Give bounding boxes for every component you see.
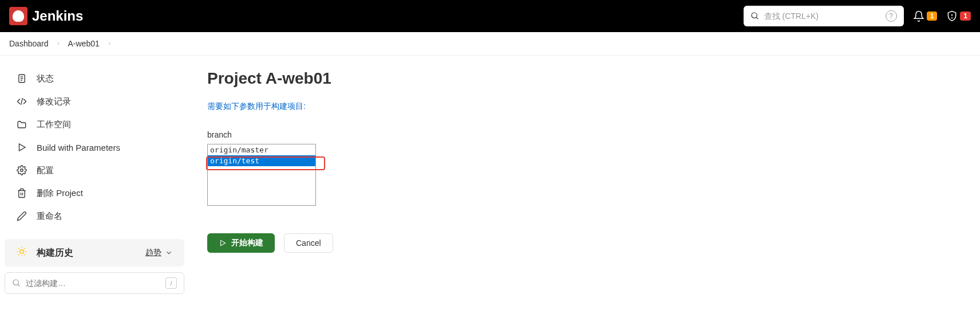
search-input[interactable] [764,11,881,21]
build-history-header[interactable]: 构建历史 趋势 [5,239,184,267]
breadcrumb: Dashboard A-web01 [0,32,980,56]
chevron-right-icon [106,41,112,46]
chevron-down-icon [165,249,173,257]
svg-line-16 [18,248,19,249]
sidebar-item-build-params[interactable]: Build with Parameters [5,136,184,159]
shield-alert-icon [946,10,958,22]
help-icon[interactable]: ? [886,10,897,22]
build-history-label: 构建历史 [37,247,73,259]
sidebar-item-changes[interactable]: 修改记录 [5,90,184,113]
jenkins-logo-icon[interactable] [9,7,27,25]
params-description: 需要如下参数用于构建项目: [207,101,962,112]
svg-point-22 [13,280,18,285]
branch-option-selected[interactable]: origin/test [208,155,315,166]
sidebar: 状态 修改记录 工作空间 Build with Parameters 配置 删除… [0,56,189,299]
trash-icon [16,187,27,199]
sidebar-item-label: Build with Parameters [37,143,120,152]
svg-line-20 [18,254,19,255]
sidebar-item-label: 修改记录 [37,96,71,107]
jenkins-title[interactable]: Jenkins [32,8,83,24]
search-icon [750,11,760,21]
notification-button[interactable]: 1 [913,10,938,22]
sidebar-item-label: 删除 Project [37,188,83,199]
header: Jenkins ? 1 1 [0,0,980,32]
alert-button[interactable]: 1 [946,10,971,22]
svg-line-23 [18,284,19,286]
param-label: branch [207,130,962,139]
branch-select-container: origin/master origin/test [207,144,322,206]
header-right: ? 1 1 [744,6,971,26]
play-icon [219,239,227,247]
branch-select[interactable]: origin/master origin/test [207,144,316,206]
filter-shortcut: / [165,277,177,289]
svg-point-10 [21,169,23,172]
page-title: Project A-web01 [207,69,962,88]
svg-line-8 [21,98,23,105]
alert-badge: 1 [960,11,971,21]
svg-marker-24 [221,240,226,245]
cancel-button[interactable]: Cancel [284,233,333,253]
breadcrumb-item-project[interactable]: A-web01 [68,39,100,48]
sidebar-item-delete[interactable]: 删除 Project [5,182,184,205]
svg-marker-9 [19,144,26,151]
build-history-left: 构建历史 [16,246,73,260]
svg-line-1 [756,17,758,19]
trend-link[interactable]: 趋势 [145,248,173,258]
svg-point-0 [752,13,757,18]
main-container: 状态 修改记录 工作空间 Build with Parameters 配置 删除… [0,56,980,299]
folder-icon [16,119,27,130]
pencil-icon [16,210,27,222]
code-icon [16,96,27,107]
svg-line-21 [25,248,25,249]
filter-box[interactable]: / [5,272,184,294]
branch-option[interactable]: origin/master [208,144,315,155]
search-icon [12,279,21,288]
sidebar-item-status[interactable]: 状态 [5,67,184,90]
svg-point-13 [20,250,24,254]
sidebar-item-label: 状态 [37,73,54,84]
gear-icon [16,164,27,176]
breadcrumb-item-dashboard[interactable]: Dashboard [9,39,49,48]
sidebar-item-rename[interactable]: 重命名 [5,205,184,228]
build-button[interactable]: 开始构建 [207,233,275,253]
button-row: 开始构建 Cancel [207,233,962,253]
chevron-right-icon [56,41,61,46]
search-box[interactable]: ? [744,6,904,26]
build-button-label: 开始构建 [231,238,263,248]
cancel-button-label: Cancel [296,238,321,248]
sidebar-item-label: 重命名 [37,211,62,222]
document-icon [16,73,27,84]
sun-icon [16,246,27,260]
sidebar-item-workspace[interactable]: 工作空间 [5,113,184,136]
svg-point-3 [952,18,953,18]
sidebar-item-label: 配置 [37,165,54,176]
play-icon [16,142,27,153]
notification-badge: 1 [927,11,938,21]
sidebar-item-configure[interactable]: 配置 [5,159,184,182]
filter-input[interactable] [26,279,161,288]
trend-label: 趋势 [145,248,161,258]
header-left: Jenkins [9,7,83,25]
content: Project A-web01 需要如下参数用于构建项目: branch ori… [189,56,980,299]
svg-line-17 [25,254,25,255]
bell-icon [913,10,924,22]
sidebar-item-label: 工作空间 [37,119,71,130]
